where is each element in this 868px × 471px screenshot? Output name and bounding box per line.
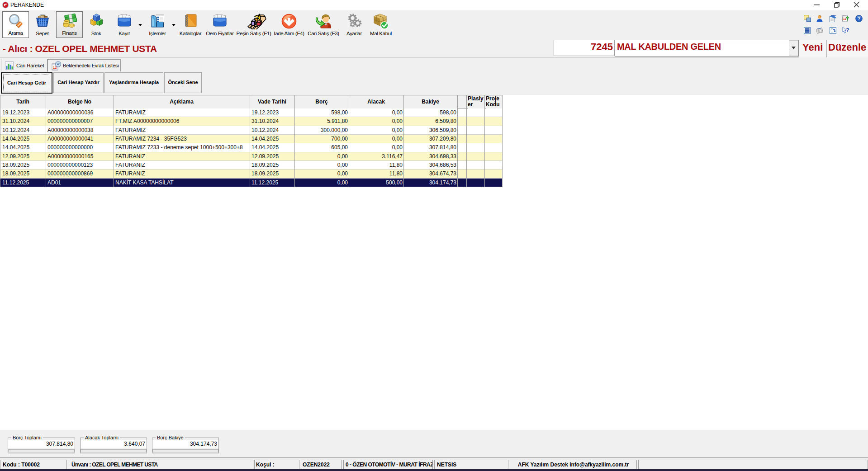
svg-text:?: ? <box>858 16 861 21</box>
svg-text:?: ? <box>846 27 849 33</box>
svg-text:11: 11 <box>843 17 846 20</box>
